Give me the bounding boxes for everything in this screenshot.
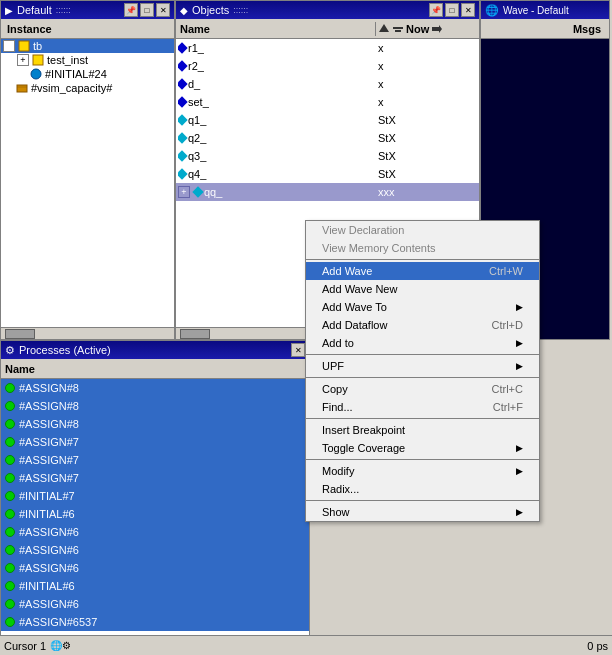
proc-initial-7[interactable]: #INITIAL#7	[1, 487, 309, 505]
proc-status-circle	[5, 581, 15, 591]
menu-add-to[interactable]: Add to ▶	[306, 334, 539, 352]
objects-now-col: Now	[406, 23, 429, 35]
wave-title: Wave - Default	[503, 5, 569, 16]
tb-label: tb	[33, 40, 42, 52]
instance-title: Default	[17, 4, 52, 16]
processes-titlebar: ⚙ Processes (Active) ✕	[1, 341, 309, 359]
add-to-arrow: ▶	[516, 338, 523, 348]
tree-item-tb[interactable]: − tb	[1, 39, 174, 53]
obj-row-r1[interactable]: r1_ x	[176, 39, 479, 57]
menu-show[interactable]: Show ▶	[306, 503, 539, 521]
vsim-capacity-icon	[15, 82, 29, 94]
proc-initial-6b[interactable]: #INITIAL#6	[1, 577, 309, 595]
status-icons: 🌐⚙	[50, 640, 71, 651]
toggle-coverage-arrow: ▶	[516, 443, 523, 453]
initial24-icon	[29, 68, 43, 80]
show-arrow: ▶	[516, 507, 523, 517]
proc-assign-7c[interactable]: #ASSIGN#7	[1, 469, 309, 487]
proc-assign-7a[interactable]: #ASSIGN#7	[1, 433, 309, 451]
proc-status-circle	[5, 563, 15, 573]
obj-row-d[interactable]: d_ x	[176, 75, 479, 93]
objects-titlebar: ◆ Objects :::::: 📌 □ ✕	[176, 1, 479, 19]
proc-assign-8c[interactable]: #ASSIGN#8	[1, 415, 309, 433]
tb-expand[interactable]: −	[3, 40, 15, 52]
proc-status-circle	[5, 491, 15, 501]
tree-item-initial24[interactable]: #INITIAL#24	[1, 67, 174, 81]
svg-marker-5	[379, 24, 389, 32]
q1-diamond	[178, 114, 188, 125]
proc-status-circle	[5, 437, 15, 447]
qq-expand[interactable]: +	[178, 186, 190, 198]
objects-col-headers: Name Now	[176, 19, 479, 39]
obj-row-q3[interactable]: q3_ StX	[176, 147, 479, 165]
proc-status-circle	[5, 545, 15, 555]
menu-add-wave-new[interactable]: Add Wave New	[306, 280, 539, 298]
r1-diamond	[178, 42, 188, 53]
proc-status-circle	[5, 527, 15, 537]
processes-panel: ⚙ Processes (Active) ✕ Name #ASSIGN#8 #A…	[0, 340, 310, 650]
proc-assign-6d[interactable]: #ASSIGN#6	[1, 595, 309, 613]
obj-row-qq[interactable]: + qq_ xxx	[176, 183, 479, 201]
initial24-label: #INITIAL#24	[45, 68, 107, 80]
wave-msgs-header: Msgs	[481, 19, 609, 39]
vsim-capacity-label: #vsim_capacity#	[31, 82, 112, 94]
menu-toggle-coverage[interactable]: Toggle Coverage ▶	[306, 439, 539, 457]
wave-msgs-label: Msgs	[569, 21, 605, 37]
proc-assign-8a[interactable]: #ASSIGN#8	[1, 379, 309, 397]
proc-assign-7b[interactable]: #ASSIGN#7	[1, 451, 309, 469]
menu-radix[interactable]: Radix...	[306, 480, 539, 498]
obj-row-q4[interactable]: q4_ StX	[176, 165, 479, 183]
proc-initial-6a[interactable]: #INITIAL#6	[1, 505, 309, 523]
menu-copy[interactable]: Copy Ctrl+C	[306, 380, 539, 398]
proc-assign-6537[interactable]: #ASSIGN#6537	[1, 613, 309, 631]
svg-rect-7	[395, 30, 401, 32]
cursor-label: Cursor 1	[4, 640, 46, 652]
instance-float-btn[interactable]: □	[140, 3, 154, 17]
test-inst-module-icon	[31, 54, 45, 66]
obj-row-r2[interactable]: r2_ x	[176, 57, 479, 75]
modify-arrow: ▶	[516, 466, 523, 476]
menu-sep-4	[306, 418, 539, 419]
obj-row-q1[interactable]: q1_ StX	[176, 111, 479, 129]
obj-row-set[interactable]: set_ x	[176, 93, 479, 111]
wave-globe-icon: 🌐	[485, 4, 499, 17]
menu-view-memory[interactable]: View Memory Contents	[306, 239, 539, 257]
objects-name-col: Name	[176, 22, 376, 36]
proc-assign-8b[interactable]: #ASSIGN#8	[1, 397, 309, 415]
processes-close-btn[interactable]: ✕	[291, 343, 305, 357]
objects-float-btn[interactable]: □	[445, 3, 459, 17]
instance-scrollbar[interactable]	[1, 327, 174, 339]
menu-find[interactable]: Find... Ctrl+F	[306, 398, 539, 416]
add-wave-to-arrow: ▶	[516, 302, 523, 312]
proc-status-circle	[5, 617, 15, 627]
menu-add-wave-to[interactable]: Add Wave To ▶	[306, 298, 539, 316]
instance-pin-btn[interactable]: 📌	[124, 3, 138, 17]
tree-item-test-inst[interactable]: + test_inst	[1, 53, 174, 67]
objects-scrollbar-thumb[interactable]	[180, 329, 210, 339]
r2-diamond	[178, 60, 188, 71]
menu-add-wave[interactable]: Add Wave Ctrl+W	[306, 262, 539, 280]
menu-modify[interactable]: Modify ▶	[306, 462, 539, 480]
instance-close-btn[interactable]: ✕	[156, 3, 170, 17]
menu-add-dataflow[interactable]: Add Dataflow Ctrl+D	[306, 316, 539, 334]
svg-rect-1	[33, 55, 43, 65]
objects-title: Objects	[192, 4, 229, 16]
instance-scrollbar-thumb[interactable]	[5, 329, 35, 339]
instance-col-label: Instance	[3, 23, 56, 35]
wave-titlebar: 🌐 Wave - Default	[481, 1, 609, 19]
qq-diamond	[192, 186, 203, 197]
objects-pin-btn[interactable]: 📌	[429, 3, 443, 17]
svg-rect-6	[393, 27, 403, 29]
obj-row-q2[interactable]: q2_ StX	[176, 129, 479, 147]
proc-assign-6b[interactable]: #ASSIGN#6	[1, 541, 309, 559]
menu-insert-breakpoint[interactable]: Insert Breakpoint	[306, 421, 539, 439]
menu-upf[interactable]: UPF ▶	[306, 357, 539, 375]
proc-assign-6c[interactable]: #ASSIGN#6	[1, 559, 309, 577]
objects-close-btn[interactable]: ✕	[461, 3, 475, 17]
tree-item-vsim-capacity[interactable]: #vsim_capacity#	[1, 81, 174, 95]
menu-view-declaration[interactable]: View Declaration	[306, 221, 539, 239]
test-inst-label: test_inst	[47, 54, 88, 66]
test-inst-expand[interactable]: +	[17, 54, 29, 66]
proc-status-circle	[5, 509, 15, 519]
proc-assign-6a[interactable]: #ASSIGN#6	[1, 523, 309, 541]
